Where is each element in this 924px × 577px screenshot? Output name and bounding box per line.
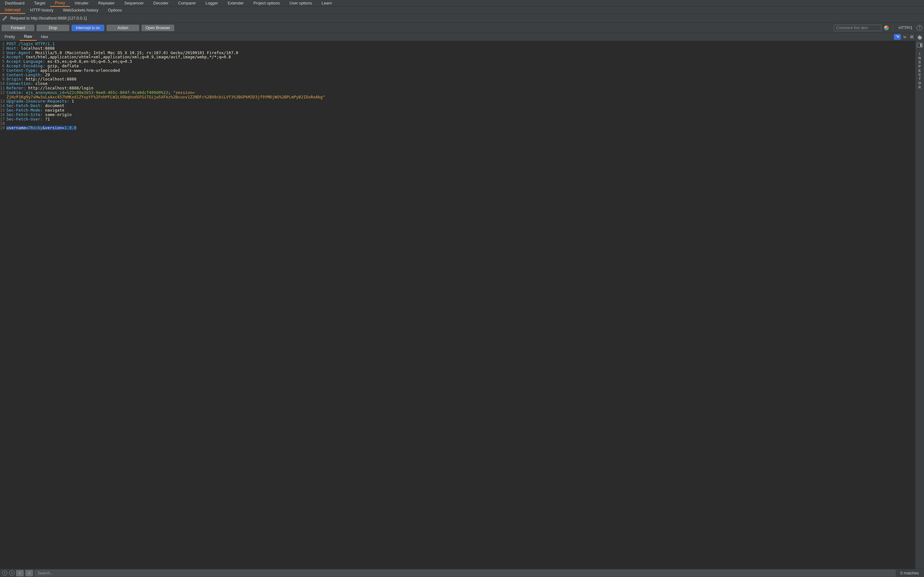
code-line[interactable]: 11Referer: http://localhost:8888/login xyxy=(0,86,915,90)
line-number: 12 xyxy=(0,90,6,95)
top-tab-intruder[interactable]: Intruder xyxy=(70,0,94,6)
http-version-label[interactable]: HTTP/1 xyxy=(899,26,913,30)
top-tab-user-options[interactable]: User options xyxy=(284,0,317,6)
line-number: 18 xyxy=(0,121,6,126)
top-tab-dashboard[interactable]: Dashboard xyxy=(0,0,29,6)
word-wrap-icon[interactable] xyxy=(894,34,901,40)
line-number: 5 xyxy=(0,59,6,64)
code-line[interactable]: 15Sec-Fetch-Mode: navigate xyxy=(0,108,915,113)
search-help-icon[interactable]: ? xyxy=(2,570,7,576)
divider xyxy=(893,25,893,31)
line-number: 7 xyxy=(0,68,6,73)
line-number: 10 xyxy=(0,81,6,86)
raw-request-editor[interactable]: 1POST /login HTTP/1.12Host: localhost:88… xyxy=(0,41,915,569)
line-number: 8 xyxy=(0,73,6,77)
highlight-color-icon[interactable] xyxy=(884,25,889,31)
top-tab-decoder[interactable]: Decoder xyxy=(149,0,173,6)
request-target-label: Request to http://localhost:8888 [127.0.… xyxy=(10,16,87,21)
code-line[interactable]: 6Accept-Encoding: gzip, deflate xyxy=(0,64,915,68)
intercept-toggle-button[interactable]: Intercept is on xyxy=(71,25,104,31)
sub-tab-websockets-history[interactable]: WebSockets history xyxy=(58,7,103,13)
help-icon[interactable]: ? xyxy=(917,25,922,31)
line-number: 9 xyxy=(0,77,6,81)
top-tab-extender[interactable]: Extender xyxy=(223,0,249,6)
line-number: 4 xyxy=(0,55,6,59)
code-line[interactable]: 1POST /login HTTP/1.1 xyxy=(0,42,915,46)
toggle-inspector-panel-icon[interactable] xyxy=(917,43,923,47)
code-line[interactable]: 14Sec-Fetch-Dest: document xyxy=(0,103,915,108)
inspector-label: INSPECTOR xyxy=(918,52,922,89)
top-tab-learn[interactable]: Learn xyxy=(317,0,337,6)
code-line[interactable]: 7Content-Type: application/x-www-form-ur… xyxy=(0,68,915,73)
line-number: 3 xyxy=(0,51,6,55)
sub-tab-intercept[interactable]: Intercept xyxy=(0,7,25,14)
top-tab-project-options[interactable]: Project options xyxy=(249,0,285,6)
editor-settings-icon[interactable] xyxy=(917,35,923,40)
search-input[interactable] xyxy=(35,570,895,576)
top-tab-repeater[interactable]: Repeater xyxy=(94,0,120,6)
proxy-sub-tab-bar: InterceptHTTP historyWebSockets historyO… xyxy=(0,7,924,14)
top-tab-logger[interactable]: Logger xyxy=(201,0,223,6)
action-button[interactable]: Action xyxy=(107,25,139,31)
code-line[interactable]: 3User-Agent: Mozilla/5.0 (Macintosh; Int… xyxy=(0,51,915,55)
line-number: 17 xyxy=(0,117,6,121)
line-number: 14 xyxy=(0,103,6,108)
code-line[interactable]: 8Content-Length: 29 xyxy=(0,73,915,77)
code-line[interactable]: 16Sec-Fetch-Site: same-origin xyxy=(0,113,915,117)
newline-indicator-icon[interactable]: \n xyxy=(901,34,909,40)
line-number: 11 xyxy=(0,86,6,90)
sub-tab-http-history[interactable]: HTTP history xyxy=(25,7,58,13)
code-line[interactable]: 19username=7Rocky&version=1.0.0 xyxy=(0,126,915,130)
code-line[interactable]: 2Host: localhost:8888 xyxy=(0,46,915,51)
code-line[interactable]: 18 xyxy=(0,121,915,126)
top-tab-sequencer[interactable]: Sequencer xyxy=(120,0,148,6)
editor-main: PrettyRawHex \n 1POST /login HTTP/1.12Ho… xyxy=(0,33,924,569)
code-line[interactable]: 10Connection: close xyxy=(0,81,915,86)
code-line[interactable]: 12Cookie: ajs_anonymous_id=%22c08e3e53-9… xyxy=(0,90,915,95)
edit-icon[interactable] xyxy=(2,15,8,21)
line-number: 16 xyxy=(0,113,6,117)
code-line[interactable]: ZjHzP1Kg9y7sMw3uLxAxc457hMKxd1ZYxpYF%2Fn… xyxy=(0,95,915,99)
drop-button[interactable]: Drop xyxy=(37,25,69,31)
bottom-bar: ? 0 matches xyxy=(0,569,924,577)
open-browser-button[interactable]: Open Browser xyxy=(142,25,174,31)
right-sidebar: INSPECTOR xyxy=(915,33,924,569)
line-number xyxy=(0,95,6,99)
code-line[interactable]: 4Accept: text/html,application/xhtml+xml… xyxy=(0,55,915,59)
request-info-row: Request to http://localhost:8888 [127.0.… xyxy=(0,14,924,23)
intercept-action-row: Forward Drop Intercept is on Action Open… xyxy=(0,23,924,33)
top-tab-target[interactable]: Target xyxy=(29,0,50,6)
line-number: 13 xyxy=(0,99,6,103)
code-line[interactable]: 17Sec-Fetch-User: ?1 xyxy=(0,117,915,121)
comment-input[interactable] xyxy=(834,25,881,31)
editor-tab-hex[interactable]: Hex xyxy=(37,33,53,40)
search-next-button[interactable] xyxy=(25,570,33,576)
code-line[interactable]: 9Origin: http://localhost:8888 xyxy=(0,77,915,81)
top-tab-comparer[interactable]: Comparer xyxy=(173,0,201,6)
code-line[interactable]: 5Accept-Language: es-ES,es;q=0.8,en-US;q… xyxy=(0,59,915,64)
search-matches-label: 0 matches xyxy=(900,571,919,575)
line-number: 19 xyxy=(0,126,6,130)
sub-tab-options[interactable]: Options xyxy=(103,7,127,13)
forward-button[interactable]: Forward xyxy=(2,25,34,31)
line-number: 6 xyxy=(0,64,6,68)
search-settings-icon[interactable] xyxy=(9,570,15,576)
editor-view-tab-bar: PrettyRawHex \n xyxy=(0,33,915,41)
top-tab-proxy[interactable]: Proxy xyxy=(50,0,70,7)
line-number: 2 xyxy=(0,46,6,51)
editor-tab-raw[interactable]: Raw xyxy=(19,33,37,41)
top-tab-bar: DashboardTargetProxyIntruderRepeaterSequ… xyxy=(0,0,924,7)
search-prev-button[interactable] xyxy=(16,570,24,576)
line-number: 15 xyxy=(0,108,6,113)
editor-tab-pretty[interactable]: Pretty xyxy=(0,33,19,40)
code-line[interactable]: 13Upgrade-Insecure-Requests: 1 xyxy=(0,99,915,103)
svg-point-0 xyxy=(11,572,12,574)
hamburger-menu-icon[interactable] xyxy=(909,34,915,40)
editor-column: PrettyRawHex \n 1POST /login HTTP/1.12Ho… xyxy=(0,33,915,569)
line-number: 1 xyxy=(0,42,6,46)
